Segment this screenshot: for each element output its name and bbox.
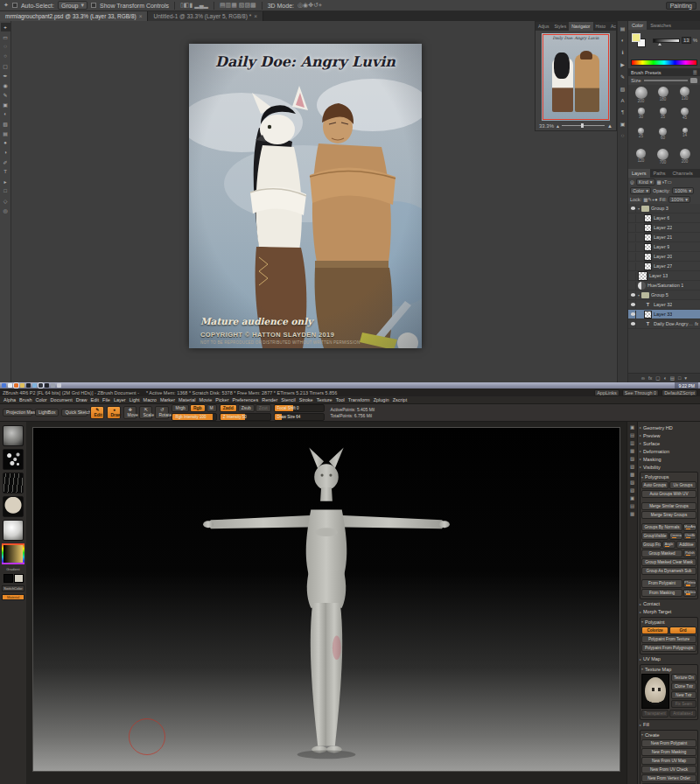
canvas-option-icon-1[interactable]: ▤ — [630, 432, 634, 438]
defaultzscript-button[interactable]: DefaultZScript — [662, 389, 697, 396]
marquee-tool-icon[interactable]: ▭ — [1, 32, 10, 41]
uv-groups-button[interactable]: Uv Groups — [669, 481, 696, 489]
zsub-button[interactable]: Zsub — [238, 404, 255, 413]
zcut-button[interactable]: Zcut — [256, 404, 271, 413]
layer-row[interactable]: Layer 13 — [628, 271, 700, 281]
canvas-option-icon-5[interactable]: ▨ — [630, 464, 634, 469]
brush-size-slider[interactable] — [644, 80, 688, 81]
polish-slider[interactable]: Polish — [683, 550, 696, 557]
new-txtr-button[interactable]: New Txtr — [671, 691, 696, 699]
tab-color[interactable]: Color — [628, 21, 647, 30]
menu-picker[interactable]: Picker — [215, 397, 228, 402]
foreground-color-swatch[interactable] — [632, 33, 640, 42]
layer-row[interactable]: Layer 33 — [628, 310, 700, 319]
color-slider[interactable] — [653, 38, 680, 43]
fill-field[interactable]: 100%▾ — [668, 196, 690, 203]
menu-stencil[interactable]: Stencil — [281, 397, 296, 402]
tray-section-geometry-hd[interactable]: Geometry HD — [640, 424, 698, 431]
actions-panel-icon[interactable]: ▶ — [620, 61, 625, 67]
shape-tool-icon[interactable]: □ — [1, 186, 10, 195]
group-masked-clear-mask-button[interactable]: Group Masked Clear Mask — [641, 558, 696, 566]
coverage-slider[interactable]: Coverage — [669, 532, 682, 540]
tray-section-create[interactable]: Create — [641, 732, 696, 738]
canvas-option-icon-6[interactable]: ▩ — [630, 472, 634, 477]
navigator-view-rect[interactable] — [542, 34, 609, 120]
tray-section-texture-map[interactable]: Texture Map — [641, 666, 696, 673]
canvas-option-icon-7[interactable]: ▧ — [630, 480, 634, 485]
paragraph-panel-icon[interactable]: ¶ — [621, 109, 624, 115]
zoom-out-icon[interactable]: ▴ — [556, 122, 559, 129]
layer-row[interactable]: Layer 21 — [628, 233, 700, 242]
color-value-field[interactable]: 13 — [682, 37, 691, 44]
tab-paths[interactable]: Paths — [650, 169, 669, 178]
kind-filter-dropdown[interactable]: Kind▾ — [636, 178, 655, 186]
folder-icon[interactable] — [690, 78, 697, 83]
close-tab-icon[interactable]: × — [139, 13, 143, 19]
lightbox-button[interactable]: LightBox — [35, 409, 59, 417]
polypaint-from-polygroups-button[interactable]: Polypaint From Polygroups — [641, 644, 696, 652]
auto-groups-button[interactable]: Auto Groups — [641, 481, 668, 489]
visibility-toggle[interactable] — [630, 234, 636, 242]
opacity-field[interactable]: 100%▾ — [672, 187, 694, 194]
visibility-toggle[interactable] — [630, 262, 636, 270]
tray-section-deformation[interactable]: Deformation — [640, 447, 698, 455]
menu-light[interactable]: Light — [130, 397, 140, 402]
current-brush-thumbnail[interactable] — [3, 425, 24, 446]
clone-source-panel-icon[interactable]: ▧ — [620, 86, 626, 92]
navigator-zoom-slider[interactable] — [562, 125, 605, 126]
brush-preset[interactable]: 45 — [674, 107, 696, 127]
tray-section-visibility[interactable]: Visibility — [640, 463, 698, 471]
auto-select-checkbox[interactable] — [12, 3, 18, 8]
blur-tool-icon[interactable]: ● — [1, 138, 10, 147]
navigator-zoom-value[interactable]: 33.3% — [539, 123, 554, 129]
disclosure-icon[interactable]: ▾ — [638, 206, 640, 211]
layer-style-icon[interactable]: fx — [648, 375, 652, 381]
current-material-thumbnail[interactable] — [3, 520, 24, 541]
tray-section-contact[interactable]: Contact — [640, 600, 698, 608]
colorize-button[interactable]: Colorize — [641, 626, 668, 634]
texture-map-thumbnail[interactable] — [641, 674, 669, 709]
panel-menu-icon[interactable]: ☰ — [693, 70, 697, 75]
polypaint-from-texture-button[interactable]: Polypaint From Texture — [641, 635, 696, 643]
menu-preferences[interactable]: Preferences — [233, 397, 259, 402]
taskbar-app-icon[interactable] — [26, 383, 31, 388]
blend-mode-dropdown[interactable]: Color▾ — [630, 187, 651, 194]
visibility-toggle[interactable] — [630, 311, 636, 318]
new-layer-icon[interactable]: □ — [678, 375, 681, 381]
angle-slider[interactable]: Angle — [662, 541, 676, 549]
eyedropper-tool-icon[interactable]: ✒ — [1, 71, 10, 80]
brush-preset[interactable]: 14 — [674, 127, 696, 147]
brush-tool-icon[interactable]: ✎ — [1, 90, 10, 99]
eraser-tool-icon[interactable]: ▧ — [1, 119, 10, 128]
color-picker[interactable] — [2, 543, 24, 564]
menu-marker[interactable]: Marker — [160, 397, 175, 402]
taskbar-app-icon[interactable] — [38, 383, 43, 388]
additive-button[interactable]: Additive — [676, 541, 696, 549]
new-from-polypaint-button[interactable]: New From Polypaint — [641, 739, 696, 747]
canvas-option-icon-0[interactable]: ▣ — [630, 424, 634, 430]
menu-edit[interactable]: Edit — [91, 397, 99, 402]
align-icons[interactable]: ▯◧▮ ▂▄▂ — [180, 2, 208, 9]
visibility-toggle[interactable] — [630, 243, 636, 251]
projection-master-button[interactable]: Projection Master — [3, 409, 32, 417]
clstrbr-slider[interactable]: ClstrBr — [683, 532, 696, 540]
canvas-option-icon-2[interactable]: ▥ — [630, 440, 634, 445]
groups-by-normals-button[interactable]: Groups By Normals — [641, 523, 682, 531]
ptolerance-slider[interactable]: PTolerance — [683, 579, 696, 587]
filter-icons[interactable]: ▦◑T▭ — [657, 179, 672, 185]
tray-section-polypaint[interactable]: Polypaint — [641, 619, 696, 626]
brush-settings-panel-icon[interactable]: ✎ — [620, 74, 625, 80]
merge-stray-groups-button[interactable]: Merge Stray Groups — [641, 511, 696, 519]
quick-sketch-button[interactable]: Quick Sketch — [61, 409, 88, 417]
info-panel-icon[interactable]: ℹ — [621, 49, 623, 55]
tab-actio[interactable]: Actio — [608, 22, 616, 31]
menu-macro[interactable]: Macro — [144, 397, 157, 402]
merge-similar-groups-button[interactable]: Merge Similar Groups — [641, 502, 696, 510]
visibility-toggle[interactable] — [630, 205, 636, 213]
brush-preset[interactable]: 700 — [652, 148, 674, 168]
canvas-option-icon-10[interactable]: ▤ — [630, 503, 634, 508]
tray-section-morph-target[interactable]: Morph Target — [640, 608, 698, 616]
brush-preset[interactable]: 200 — [630, 86, 652, 106]
mrgb-button[interactable]: Mrgb — [172, 404, 188, 413]
brush-preset[interactable]: 180 — [652, 86, 674, 106]
